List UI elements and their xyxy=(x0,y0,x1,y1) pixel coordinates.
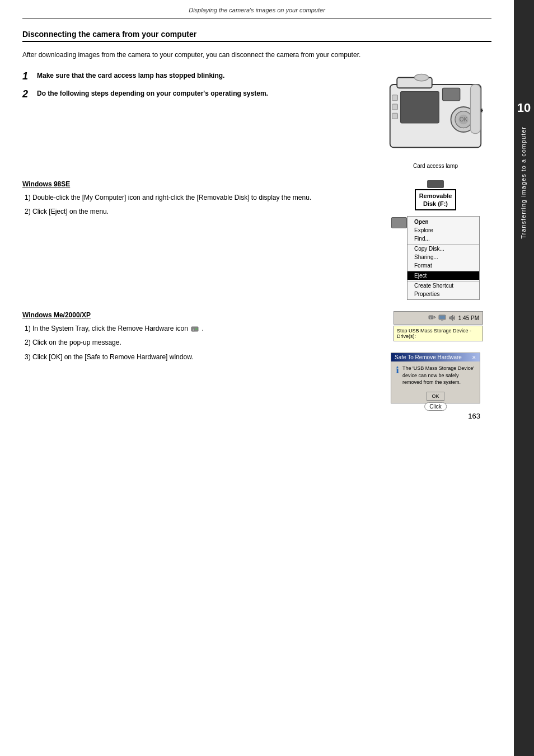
safe-dialog-title-text: Safe To Remove Hardware xyxy=(395,354,462,360)
svg-rect-4 xyxy=(392,104,398,110)
menu-item-sharing: Sharing... xyxy=(407,253,479,261)
win-me-step-2-text: 2) Click on the pop-up message. xyxy=(25,339,121,346)
context-menu: Open Explore Find... Copy Disk... Sharin… xyxy=(407,216,480,300)
hardware-icon-inline xyxy=(191,325,199,333)
safe-dialog-footer: OK Click xyxy=(391,389,480,403)
svg-rect-5 xyxy=(392,113,398,119)
page-header: Displaying the camera's images on your c… xyxy=(22,0,491,18)
chapter-title: Transferring images to a computer xyxy=(519,126,528,239)
step-2: 2 Do the following steps depending on yo… xyxy=(22,88,374,101)
win98-step-1: 1) Double-click the [My Computer] icon a… xyxy=(22,192,371,203)
main-content: Displaying the camera's images on your c… xyxy=(0,0,514,437)
windows-98se-section: Windows 98SE 1) Double-click the [My Com… xyxy=(22,180,491,300)
win98-title: Windows 98SE xyxy=(22,180,371,188)
win98-step-2-text: 2) Click [Eject] on the menu. xyxy=(25,208,109,215)
safe-dialog-body-text: The 'USB Mass Storage Device' device can… xyxy=(402,365,475,386)
win-me-step-2: 2) Click on the pop-up message. xyxy=(22,337,371,348)
ok-button[interactable]: OK xyxy=(427,392,444,401)
svg-rect-3 xyxy=(392,95,398,101)
page-header-text: Displaying the camera's images on your c… xyxy=(189,7,325,13)
usb-tray-icon xyxy=(428,314,436,322)
chapter-sidebar: 10 Transferring images to a computer xyxy=(514,0,534,756)
menu-item-create-shortcut: Create Shortcut xyxy=(407,281,479,290)
info-icon: ℹ xyxy=(396,365,399,375)
win-me-step-3: 3) Click [OK] on the [Safe to Remove Har… xyxy=(22,352,371,363)
main-steps-container: 1 Make sure that the card access lamp ha… xyxy=(22,71,491,169)
svg-rect-19 xyxy=(430,317,431,319)
steps-left: 1 Make sure that the card access lamp ha… xyxy=(22,71,374,169)
system-tray-area: 1:45 PM Stop USB Mass Storage Device - D… xyxy=(388,311,483,341)
windows-me2000xp-section: Windows Me/2000/XP 1) In the System Tray… xyxy=(22,311,491,403)
win98-subsection: Windows 98SE 1) Double-click the [My Com… xyxy=(22,180,371,217)
context-menu-area: Open Explore Find... Copy Disk... Sharin… xyxy=(391,216,480,300)
system-tray-bar: 1:45 PM xyxy=(394,311,483,325)
svg-rect-2 xyxy=(401,92,439,123)
safe-dialog-body: ℹ The 'USB Mass Storage Device' device c… xyxy=(391,361,480,389)
svg-rect-25 xyxy=(441,320,443,321)
step-1-text: Make sure that the card access lamp has … xyxy=(37,71,224,83)
camera-illustration: OK xyxy=(380,71,491,162)
svg-rect-6 xyxy=(443,88,460,101)
safe-remove-dialog: Safe To Remove Hardware ✕ ℹ The 'USB Mas… xyxy=(391,353,480,403)
step-1-number: 1 xyxy=(22,71,32,83)
svg-marker-26 xyxy=(449,315,453,321)
drive-icon-small xyxy=(391,217,407,228)
svg-point-13 xyxy=(415,74,429,81)
section-title: Disconnecting the camera from your compu… xyxy=(22,30,491,42)
win-me-title: Windows Me/2000/XP xyxy=(22,311,371,319)
close-icon: ✕ xyxy=(472,355,476,360)
menu-item-open: Open xyxy=(407,218,479,226)
removable-disk-label: RemovableDisk (F:) xyxy=(415,189,457,211)
menu-item-format: Format xyxy=(407,261,479,270)
menu-item-explore: Explore xyxy=(407,226,479,234)
win98-step-2: 2) Click [Eject] on the menu. xyxy=(22,206,371,217)
disk-card-graphic xyxy=(427,180,444,188)
step-2-number: 2 xyxy=(22,88,32,101)
svg-rect-14 xyxy=(471,84,481,134)
windows-98se-left: Windows 98SE 1) Double-click the [My Com… xyxy=(22,180,371,300)
click-label: Click xyxy=(424,402,447,411)
menu-item-eject: Eject xyxy=(407,271,479,280)
safe-dialog-titlebar: Safe To Remove Hardware ✕ xyxy=(391,353,480,361)
removable-disk-icon: RemovableDisk (F:) xyxy=(407,180,463,211)
win-me-step-1: 1) In the System Tray, click the Remove … xyxy=(22,323,371,334)
monitor-tray-icon xyxy=(438,314,446,322)
tray-notification: Stop USB Mass Storage Device - Drive(s): xyxy=(394,326,483,341)
windows-98se-right: RemovableDisk (F:) Open Explore Find... … xyxy=(380,180,491,300)
svg-rect-24 xyxy=(439,316,445,319)
win-me-step-3-text: 3) Click [OK] on the [Safe to Remove Har… xyxy=(25,353,193,361)
menu-item-copydisk: Copy Disk... xyxy=(407,244,479,253)
camera-image-area: OK Card access lamp xyxy=(380,71,491,169)
svg-rect-16 xyxy=(193,328,194,331)
svg-point-17 xyxy=(195,328,198,330)
menu-item-find: Find... xyxy=(407,234,479,243)
step-2-text: Do the following steps depending on your… xyxy=(37,88,268,101)
win98-step-1-text: 1) Double-click the [My Computer] icon a… xyxy=(25,194,311,201)
ok-button-wrapper: OK Click xyxy=(427,392,444,401)
page-number: 163 xyxy=(468,412,480,420)
win-me-subsection: Windows Me/2000/XP 1) In the System Tray… xyxy=(22,311,371,363)
tray-notification-text: Stop USB Mass Storage Device - Drive(s): xyxy=(397,328,471,339)
intro-text: After downloading images from the camera… xyxy=(22,50,491,60)
card-access-label: Card access lamp xyxy=(413,163,458,169)
windows-me-right: 1:45 PM Stop USB Mass Storage Device - D… xyxy=(380,311,491,403)
svg-text:OK: OK xyxy=(460,116,468,123)
menu-item-properties: Properties xyxy=(407,290,479,298)
windows-me-left: Windows Me/2000/XP 1) In the System Tray… xyxy=(22,311,371,403)
speaker-tray-icon xyxy=(448,314,456,322)
step-1: 1 Make sure that the card access lamp ha… xyxy=(22,71,374,83)
tray-time: 1:45 PM xyxy=(458,315,479,321)
chapter-number: 10 xyxy=(517,101,531,115)
